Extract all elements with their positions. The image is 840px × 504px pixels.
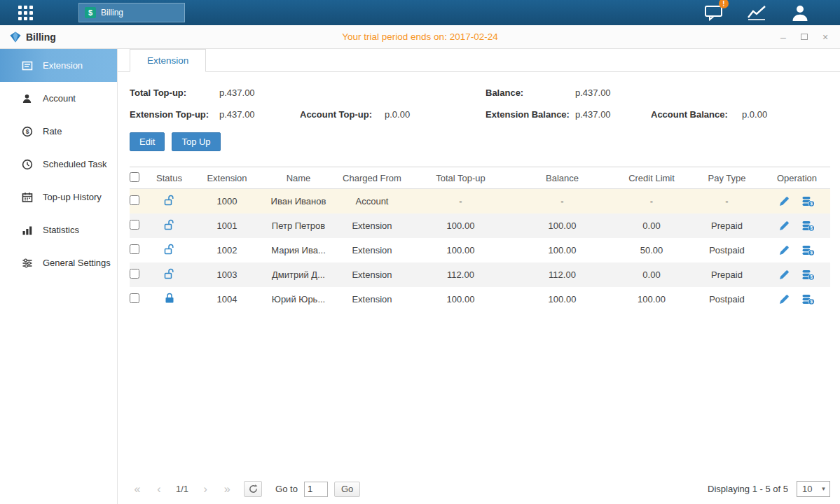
taskbar-item-billing[interactable]: $ Billing bbox=[78, 3, 185, 22]
page-size-select[interactable]: 10 ▼ bbox=[797, 481, 830, 497]
system-topbar: $ Billing ! bbox=[0, 0, 840, 25]
resource-monitor-button[interactable] bbox=[746, 4, 767, 22]
top-up-button[interactable]: Top Up bbox=[172, 132, 220, 151]
table-row[interactable]: 1000 Иван Иванов Account - - - - $ bbox=[130, 189, 830, 214]
user-account-button[interactable] bbox=[790, 4, 811, 22]
topbar-right-icons: ! bbox=[703, 4, 840, 22]
pay-type-cell: Postpaid bbox=[690, 245, 764, 255]
clock-icon bbox=[21, 159, 33, 170]
header-charged-from: Charged From bbox=[334, 173, 410, 183]
last-page-button[interactable]: » bbox=[219, 482, 235, 497]
extension-cell: 1000 bbox=[191, 196, 263, 206]
table-row[interactable]: 1003 Дмитрий Д... Extension 112.00 112.0… bbox=[130, 262, 830, 287]
extension-cell: 1001 bbox=[191, 220, 263, 231]
row-checkbox[interactable] bbox=[130, 269, 139, 279]
sidebar-item-extension[interactable]: Extension bbox=[0, 49, 117, 82]
row-checkbox[interactable] bbox=[130, 244, 139, 254]
edit-row-icon[interactable] bbox=[779, 270, 790, 280]
sidebar-item-topup-history[interactable]: Top-up History bbox=[0, 181, 117, 214]
sidebar: Extension Account $ Rate Scheduled Task … bbox=[0, 49, 118, 504]
minimize-button[interactable]: – bbox=[778, 32, 788, 42]
balance-value: p.437.00 bbox=[575, 88, 651, 98]
extension-balance-value: p.437.00 bbox=[575, 109, 651, 120]
table-row[interactable]: 1004 Юрий Юрь... Extension 100.00 100.00… bbox=[130, 287, 830, 312]
displaying-text: Displaying 1 - 5 of 5 bbox=[708, 484, 788, 494]
summary-row-1: Total Top-up: p.437.00 Balance: p.437.00 bbox=[130, 82, 830, 104]
table-row[interactable]: 1001 Петр Петров Extension 100.00 100.00… bbox=[130, 214, 830, 238]
account-topup-value: p.0.00 bbox=[385, 109, 486, 120]
extension-cell: 1003 bbox=[191, 270, 263, 280]
billing-logo-icon bbox=[10, 31, 21, 43]
credit-limit-cell: 0.00 bbox=[613, 220, 690, 231]
page-size-value: 10 bbox=[802, 484, 812, 494]
next-page-button[interactable]: › bbox=[198, 482, 213, 497]
svg-text:$: $ bbox=[810, 299, 813, 304]
balance-cell: - bbox=[511, 196, 613, 206]
chevron-down-icon: ▼ bbox=[818, 486, 829, 492]
sidebar-item-statistics[interactable]: Statistics bbox=[0, 214, 117, 246]
trial-period-notice: Your trial period ends on: 2017-02-24 bbox=[0, 31, 840, 42]
table-row[interactable]: 1002 Мария Ива... Extension 100.00 100.0… bbox=[130, 238, 830, 262]
sidebar-item-label: Account bbox=[43, 93, 76, 104]
go-button[interactable]: Go bbox=[334, 482, 360, 497]
goto-page-input[interactable] bbox=[304, 482, 328, 497]
goto-label: Go to bbox=[275, 484, 298, 494]
apps-menu-button[interactable] bbox=[0, 0, 50, 25]
edit-row-icon[interactable] bbox=[779, 220, 790, 231]
name-cell: Юрий Юрь... bbox=[263, 294, 334, 304]
status-unlocked-icon bbox=[164, 268, 175, 279]
balance-cell: 100.00 bbox=[511, 220, 613, 231]
first-page-button[interactable]: « bbox=[130, 482, 145, 497]
account-balance-label: Account Balance: bbox=[651, 109, 742, 120]
notifications-button[interactable]: ! bbox=[703, 4, 724, 22]
row-checkbox[interactable] bbox=[130, 293, 139, 303]
total-topup-cell: 100.00 bbox=[410, 294, 511, 304]
account-balance-value: p.0.00 bbox=[742, 109, 767, 120]
total-topup-cell: 100.00 bbox=[410, 245, 511, 255]
sidebar-item-rate[interactable]: $ Rate bbox=[0, 115, 117, 148]
tab-extension[interactable]: Extension bbox=[130, 49, 206, 72]
svg-text:$: $ bbox=[810, 274, 813, 280]
balance-cell: 100.00 bbox=[511, 294, 613, 304]
balance-label: Balance: bbox=[486, 88, 575, 98]
name-cell: Иван Иванов bbox=[263, 196, 334, 206]
charged-from-cell: Extension bbox=[334, 270, 410, 280]
charged-from-cell: Extension bbox=[334, 294, 410, 304]
sidebar-item-account[interactable]: Account bbox=[0, 82, 117, 115]
maximize-button[interactable] bbox=[799, 32, 809, 42]
pagination-bar: « ‹ 1/1 › » Go to Go Displaying 1 - 5 of… bbox=[130, 475, 830, 497]
close-button[interactable]: × bbox=[820, 32, 830, 42]
edit-row-icon[interactable] bbox=[779, 294, 790, 304]
extension-cell: 1004 bbox=[191, 294, 263, 304]
sliders-icon bbox=[21, 258, 33, 269]
sidebar-item-label: Scheduled Task bbox=[43, 159, 107, 169]
line-chart-icon bbox=[747, 5, 766, 20]
row-checkbox[interactable] bbox=[130, 220, 139, 230]
sidebar-item-label: Top-up History bbox=[43, 192, 102, 202]
pay-type-cell: Postpaid bbox=[690, 294, 764, 304]
extension-topup-value: p.437.00 bbox=[219, 109, 300, 120]
refresh-button[interactable] bbox=[244, 481, 262, 497]
extension-balance-label: Extension Balance: bbox=[486, 109, 575, 120]
header-balance: Balance bbox=[511, 173, 613, 183]
sidebar-item-general-settings[interactable]: General Settings bbox=[0, 246, 117, 279]
credit-limit-cell: - bbox=[613, 196, 690, 206]
top-up-row-icon[interactable]: $ bbox=[802, 294, 815, 305]
edit-row-icon[interactable] bbox=[779, 245, 790, 255]
top-up-row-icon[interactable]: $ bbox=[802, 270, 815, 281]
prev-page-button[interactable]: ‹ bbox=[151, 482, 167, 497]
edit-button[interactable]: Edit bbox=[130, 132, 165, 151]
header-extension: Extension bbox=[191, 173, 263, 183]
top-up-row-icon[interactable]: $ bbox=[802, 196, 815, 207]
header-pay-type: Pay Type bbox=[690, 173, 764, 183]
top-up-row-icon[interactable]: $ bbox=[802, 220, 815, 232]
row-checkbox[interactable] bbox=[130, 195, 139, 205]
sidebar-item-scheduled-task[interactable]: Scheduled Task bbox=[0, 148, 117, 181]
table-body: 1000 Иван Иванов Account - - - - $ bbox=[130, 189, 830, 312]
extension-icon bbox=[21, 60, 33, 71]
window-titlebar: Billing Your trial period ends on: 2017-… bbox=[0, 25, 840, 49]
edit-row-icon[interactable] bbox=[779, 196, 790, 206]
status-locked-icon bbox=[165, 293, 174, 304]
top-up-row-icon[interactable]: $ bbox=[802, 245, 815, 256]
select-all-checkbox[interactable] bbox=[130, 172, 139, 182]
